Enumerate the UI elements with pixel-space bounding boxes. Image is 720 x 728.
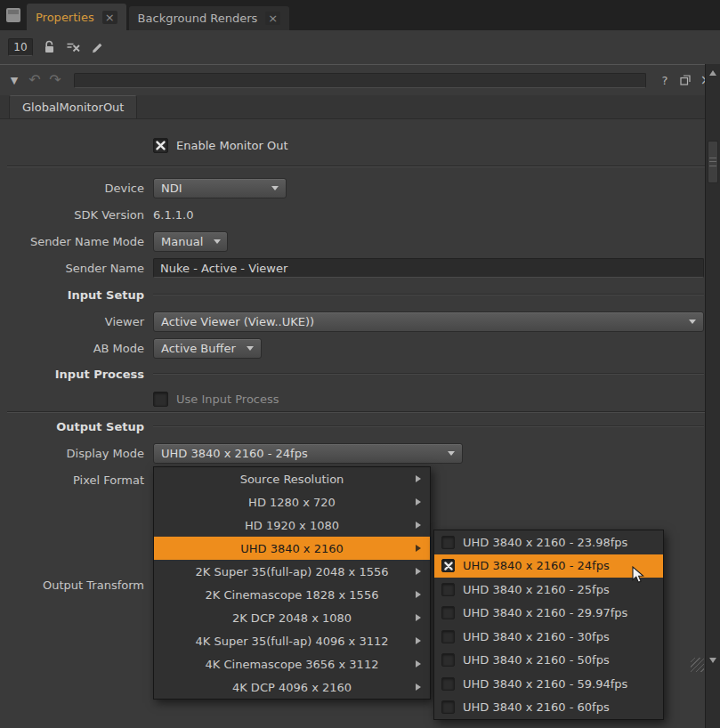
fps-item-label: UHD 3840 x 2160 - 59.94fps <box>463 677 627 691</box>
menu-item-4k-dcp[interactable]: 4K DCP 4096 x 2160 <box>154 675 430 699</box>
check-x-icon <box>156 141 166 150</box>
device-row: Device NDI <box>0 174 720 201</box>
menu-item-2k-dcp[interactable]: 2K DCP 2048 x 1080 <box>154 606 430 629</box>
vertical-scrollbar[interactable] <box>705 64 720 728</box>
fps-item-label: UHD 3840 x 2160 - 24fps <box>463 559 610 572</box>
submenu-arrow-icon <box>416 498 421 506</box>
float-panel-icon[interactable] <box>678 75 692 85</box>
max-panels-field[interactable]: 10 <box>8 38 33 56</box>
node-name-field[interactable] <box>74 73 646 88</box>
tab-background-renders[interactable]: Background Renders × <box>129 6 290 30</box>
viewer-row: Viewer Active Viewer (View..UKE)) <box>0 308 720 335</box>
fps-item-label: UHD 3840 x 2160 - 23.98fps <box>463 536 627 549</box>
sender-name-mode-value: Manual <box>161 235 203 248</box>
scrollbar-thumb[interactable] <box>708 141 718 183</box>
checkbox <box>441 677 455 691</box>
chevron-down-icon <box>214 239 221 244</box>
close-icon[interactable]: × <box>265 12 280 25</box>
fps-item-60[interactable]: UHD 3840 x 2160 - 60fps <box>434 696 663 720</box>
menu-item-4k-cinemascope[interactable]: 4K Cinemascope 3656 x 3112 <box>154 652 430 675</box>
menu-item-uhd-3840[interactable]: UHD 3840 x 2160 <box>154 537 430 560</box>
output-transform-label: Output Transform <box>0 578 153 592</box>
sdk-version-value: 6.1.1.0 <box>153 208 193 222</box>
sdk-version-label: SDK Version <box>0 208 153 222</box>
enable-monitor-out-checkbox[interactable] <box>153 138 168 153</box>
pane-menu-button[interactable] <box>0 0 27 30</box>
undo-icon[interactable]: ↶ <box>28 73 42 87</box>
fps-item-50[interactable]: UHD 3840 x 2160 - 50fps <box>434 649 663 673</box>
scroll-up-button[interactable] <box>708 67 718 78</box>
help-button[interactable]: ? <box>658 75 672 86</box>
output-setup-label: Output Setup <box>0 420 153 433</box>
ab-mode-dropdown[interactable]: Active Buffer <box>153 338 262 359</box>
menu-item-label: 2K Cinemascope 1828 x 1556 <box>206 588 379 602</box>
fps-item-label: UHD 3840 x 2160 - 29.97fps <box>463 606 627 619</box>
submenu-arrow-icon <box>416 475 421 482</box>
menu-item-label: 4K DCP 4096 x 2160 <box>232 681 352 694</box>
arrow-up-icon <box>709 70 716 76</box>
close-all-panels-icon[interactable] <box>66 41 81 53</box>
lock-icon[interactable] <box>43 40 56 54</box>
sender-name-mode-row: Sender Name Mode Manual <box>0 228 720 255</box>
section-divider <box>153 425 704 427</box>
scroll-down-button[interactable] <box>708 654 718 666</box>
fps-item-label: UHD 3840 x 2160 - 60fps <box>463 700 610 714</box>
submenu-arrow-icon <box>416 591 421 598</box>
device-dropdown[interactable]: NDI <box>153 178 287 198</box>
menu-item-label: 4K Cinemascope 3656 x 3112 <box>206 658 379 671</box>
display-mode-row: Display Mode UHD 3840 x 2160 - 24fps <box>0 440 720 466</box>
device-value: NDI <box>161 182 182 195</box>
menu-item-label: HD 1920 x 1080 <box>245 519 339 532</box>
fps-item-59-94[interactable]: UHD 3840 x 2160 - 59.94fps <box>434 672 663 696</box>
fps-item-30[interactable]: UHD 3840 x 2160 - 30fps <box>434 625 663 649</box>
display-mode-value: UHD 3840 x 2160 - 24fps <box>161 447 308 460</box>
checkbox <box>441 583 455 596</box>
submenu-arrow-icon <box>416 522 421 529</box>
section-divider <box>153 373 704 375</box>
menu-item-hd-1920[interactable]: HD 1920 x 1080 <box>154 514 430 537</box>
menu-item-hd-1280[interactable]: HD 1280 x 720 <box>154 490 430 514</box>
fps-item-label: UHD 3840 x 2160 - 50fps <box>463 653 610 667</box>
menu-item-label: UHD 3840 x 2160 <box>240 542 344 555</box>
fps-item-24[interactable]: UHD 3840 x 2160 - 24fps <box>434 554 663 578</box>
divider <box>7 166 713 167</box>
node-tab-strip: GlobalMonitorOut <box>0 95 720 119</box>
display-mode-dropdown[interactable]: UHD 3840 x 2160 - 24fps <box>153 443 463 464</box>
grip-icon <box>709 158 716 166</box>
menu-item-2k-super35[interactable]: 2K Super 35(full-ap) 2048 x 1556 <box>154 560 430 583</box>
fps-item-25[interactable]: UHD 3840 x 2160 - 25fps <box>434 578 663 602</box>
tab-globalmonitorout[interactable]: GlobalMonitorOut <box>9 95 137 118</box>
panel-header: ▼ ↶ ↷ ? × <box>0 65 720 95</box>
tab-properties[interactable]: Properties × <box>27 4 126 30</box>
output-setup-section: Output Setup <box>0 413 720 440</box>
mouse-cursor-icon <box>632 566 648 584</box>
use-input-process-checkbox[interactable] <box>153 392 168 407</box>
chevron-down-icon <box>689 320 696 324</box>
viewer-value: Active Viewer (View..UKE)) <box>161 315 314 328</box>
fps-item-label: UHD 3840 x 2160 - 25fps <box>463 583 610 596</box>
ab-mode-value: Active Buffer <box>161 342 236 355</box>
resize-grip-icon[interactable] <box>691 658 704 672</box>
menu-item-2k-cinemascope[interactable]: 2K Cinemascope 1828 x 1556 <box>154 583 430 606</box>
device-label: Device <box>0 182 153 195</box>
pencil-icon[interactable] <box>91 41 104 54</box>
fps-item-29-97[interactable]: UHD 3840 x 2160 - 29.97fps <box>434 602 663 626</box>
enable-monitor-out-label: Enable Monitor Out <box>176 139 288 152</box>
ab-mode-row: AB Mode Active Buffer <box>0 335 720 361</box>
close-icon[interactable]: × <box>102 11 117 24</box>
redo-icon[interactable]: ↷ <box>48 73 62 87</box>
collapse-arrow-icon[interactable]: ▼ <box>7 76 21 85</box>
menu-item-label: 4K Super 35(full-ap) 4096 x 3112 <box>195 635 388 648</box>
chevron-down-icon <box>448 451 455 456</box>
fps-item-23-98[interactable]: UHD 3840 x 2160 - 23.98fps <box>434 530 663 554</box>
input-process-label: Input Process <box>0 368 153 381</box>
sdk-version-row: SDK Version 6.1.1.0 <box>0 201 720 228</box>
menu-item-source-resolution[interactable]: Source Resolution <box>154 467 430 490</box>
viewer-dropdown[interactable]: Active Viewer (View..UKE)) <box>153 311 704 332</box>
fps-submenu: UHD 3840 x 2160 - 23.98fps UHD 3840 x 21… <box>433 530 664 720</box>
use-input-process-row: Use Input Process <box>0 386 720 411</box>
menu-item-4k-super35[interactable]: 4K Super 35(full-ap) 4096 x 3112 <box>154 629 430 652</box>
sender-name-input[interactable]: Nuke - Active - Viewer <box>153 258 704 278</box>
submenu-arrow-icon <box>416 684 421 691</box>
sender-name-mode-dropdown[interactable]: Manual <box>153 231 228 252</box>
